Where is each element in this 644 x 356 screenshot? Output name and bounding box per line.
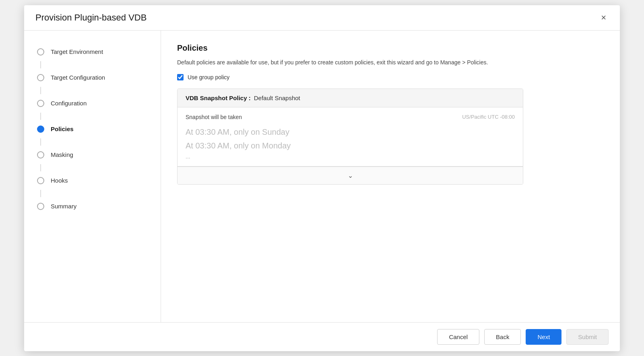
back-button[interactable]: Back bbox=[484, 329, 521, 345]
sidebar-item-masking[interactable]: Masking bbox=[24, 146, 161, 164]
connector-6 bbox=[40, 190, 41, 197]
step-circle-masking bbox=[37, 151, 44, 158]
sidebar-item-summary[interactable]: Summary bbox=[24, 197, 161, 216]
cancel-button[interactable]: Cancel bbox=[437, 329, 479, 345]
connector-5 bbox=[40, 164, 41, 171]
dialog-title: Provision Plugin-based VDB bbox=[35, 12, 147, 23]
sidebar-label-masking: Masking bbox=[51, 151, 73, 158]
section-title: Policies bbox=[177, 43, 604, 53]
sidebar-item-configuration[interactable]: Configuration bbox=[24, 94, 161, 113]
policy-expand-button[interactable]: ⌄ bbox=[178, 167, 523, 184]
sidebar-label-policies: Policies bbox=[51, 126, 74, 132]
step-circle-target-configuration bbox=[37, 74, 44, 81]
policy-header-value: Default Snapshot bbox=[254, 95, 300, 101]
step-circle-configuration bbox=[37, 100, 44, 107]
step-circle-policies bbox=[37, 126, 44, 133]
next-button[interactable]: Next bbox=[526, 329, 561, 345]
dialog-footer: Cancel Back Next Submit bbox=[24, 322, 620, 351]
policy-card: VDB Snapshot Policy : Default Snapshot S… bbox=[177, 88, 523, 185]
step-circle-hooks bbox=[37, 177, 44, 184]
schedule-ellipsis: ... bbox=[186, 153, 515, 160]
snapshot-label: Snapshot will be taken bbox=[186, 114, 242, 120]
connector-1 bbox=[40, 61, 41, 68]
close-button[interactable]: × bbox=[599, 12, 609, 23]
use-group-policy-checkbox[interactable] bbox=[177, 74, 184, 80]
sidebar-label-configuration: Configuration bbox=[51, 100, 87, 107]
connector-3 bbox=[40, 113, 41, 120]
use-group-policy-row: Use group policy bbox=[177, 74, 604, 80]
step-circle-target-environment bbox=[37, 48, 44, 56]
sidebar-item-policies[interactable]: Policies bbox=[24, 120, 161, 138]
connector-2 bbox=[40, 87, 41, 94]
sidebar-label-summary: Summary bbox=[51, 203, 76, 210]
sidebar: Target Environment Target Configuration … bbox=[24, 31, 161, 322]
snapshot-timezone: US/Pacific UTC -08:00 bbox=[462, 114, 515, 120]
sidebar-item-target-environment[interactable]: Target Environment bbox=[24, 43, 161, 61]
dialog-body: Target Environment Target Configuration … bbox=[24, 31, 620, 322]
policy-header-label: VDB Snapshot Policy : bbox=[186, 95, 251, 101]
description-text: Default policies are available for use, … bbox=[177, 58, 604, 67]
sidebar-item-target-configuration[interactable]: Target Configuration bbox=[24, 68, 161, 87]
provision-vdb-dialog: Provision Plugin-based VDB × Target Envi… bbox=[24, 5, 620, 351]
sidebar-item-hooks[interactable]: Hooks bbox=[24, 171, 161, 190]
main-content: Policies Default policies are available … bbox=[161, 31, 620, 322]
snapshot-header: Snapshot will be taken US/Pacific UTC -0… bbox=[186, 114, 515, 120]
step-circle-summary bbox=[37, 203, 44, 210]
sidebar-label-hooks: Hooks bbox=[51, 177, 68, 184]
policy-body: Snapshot will be taken US/Pacific UTC -0… bbox=[178, 107, 523, 167]
connector-4 bbox=[40, 138, 41, 146]
use-group-policy-label[interactable]: Use group policy bbox=[188, 74, 229, 80]
chevron-down-icon: ⌄ bbox=[348, 172, 353, 179]
sidebar-label-target-configuration: Target Configuration bbox=[51, 74, 105, 81]
dialog-header: Provision Plugin-based VDB × bbox=[24, 5, 620, 31]
schedule-line-1: At 03:30 AM, only on Sunday bbox=[186, 125, 515, 139]
submit-button: Submit bbox=[566, 329, 609, 345]
schedule-line-2: At 03:30 AM, only on Monday bbox=[186, 139, 515, 152]
policy-header: VDB Snapshot Policy : Default Snapshot bbox=[178, 89, 523, 107]
sidebar-label-target-environment: Target Environment bbox=[51, 48, 103, 55]
